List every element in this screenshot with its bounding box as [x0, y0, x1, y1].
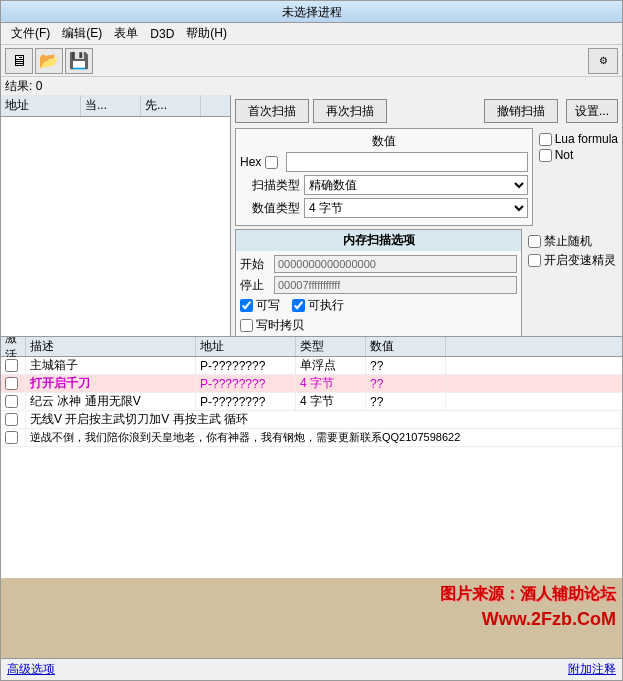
- hex-checkbox[interactable]: [265, 156, 278, 169]
- row-addr: P-????????: [196, 375, 296, 392]
- split-area: 地址 当... 先... 首次扫描 再次扫描 撤销扫描 设置... 数值 Hex: [1, 95, 622, 336]
- menu-file[interactable]: 文件(F): [5, 24, 56, 43]
- watermark-source: 图片来源：酒人辅助论坛: [440, 584, 616, 605]
- stop-row: 停止: [240, 276, 517, 294]
- variable-wizard-label: 开启变速精灵: [544, 252, 616, 269]
- watermark-url: Www.2Fzb.CoM: [482, 609, 616, 630]
- cancel-scan-button[interactable]: 撤销扫描: [484, 99, 558, 123]
- table-row: 逆战不倒，我们陪你浪到天皇地老，你有神器，我有钢炮，需要更新联系QQ210759…: [1, 429, 622, 447]
- not-label: Not: [555, 148, 574, 162]
- row-checkbox-4[interactable]: [5, 413, 18, 426]
- col-active-header: 激活: [1, 337, 26, 356]
- col-address-header: 地址: [1, 95, 81, 116]
- executable-item: 可执行: [292, 297, 344, 314]
- open-button[interactable]: 📂: [35, 48, 63, 74]
- menu-table[interactable]: 表单: [108, 24, 144, 43]
- row-type: 4 字节: [296, 375, 366, 392]
- other-options: 禁止随机 开启变速精灵: [528, 229, 618, 336]
- menu-help[interactable]: 帮助(H): [180, 24, 233, 43]
- executable-checkbox[interactable]: [292, 299, 305, 312]
- col-current-header: 当...: [81, 95, 141, 116]
- row-checkbox-2[interactable]: [5, 377, 18, 390]
- table-row: 纪云 冰神 通用无限V P-???????? 4 字节 ??: [1, 393, 622, 411]
- results-list: 激活 描述 地址 类型 数值 主城箱子 P-???????? 单浮点 ?? 打开…: [1, 336, 622, 578]
- no-random-label: 禁止随机: [544, 233, 592, 250]
- lua-formula-label: Lua formula: [555, 132, 618, 146]
- watermark-area: 图片来源：酒人辅助论坛 Www.2Fzb.CoM: [1, 578, 622, 658]
- data-type-row: 数值类型 4 字节: [240, 198, 528, 218]
- no-random-checkbox[interactable]: [528, 235, 541, 248]
- advanced-options-link[interactable]: 高级选项: [7, 661, 55, 678]
- not-item: Not: [539, 148, 618, 162]
- monitor-button[interactable]: 🖥: [5, 48, 33, 74]
- row-active: [1, 375, 26, 392]
- result-count: 结果: 0: [5, 78, 42, 95]
- row-active: [1, 429, 26, 446]
- row-desc-long: 无线V 开启按主武切刀加V 再按主武 循环: [26, 411, 622, 428]
- executable-label: 可执行: [308, 297, 344, 314]
- title-bar: 未选择进程: [1, 1, 622, 23]
- col-previous-header: 先...: [141, 95, 201, 116]
- data-type-select[interactable]: 4 字节: [304, 198, 528, 218]
- results-header: 激活 描述 地址 类型 数值: [1, 337, 622, 357]
- variable-wizard-checkbox[interactable]: [528, 254, 541, 267]
- row-checkbox-3[interactable]: [5, 395, 18, 408]
- menu-edit[interactable]: 编辑(E): [56, 24, 108, 43]
- menu-d3d[interactable]: D3D: [144, 26, 180, 42]
- memory-section: 内存扫描选项 开始 停止 可写: [235, 229, 522, 336]
- row-addr: P-????????: [196, 393, 296, 410]
- copy-on-write-checkbox[interactable]: [240, 319, 253, 332]
- not-checkbox[interactable]: [539, 149, 552, 162]
- address-list[interactable]: [1, 117, 230, 336]
- row-type: 4 字节: [296, 393, 366, 410]
- start-input[interactable]: [274, 255, 517, 273]
- row-val: ??: [366, 393, 446, 410]
- scan-type-select[interactable]: 精确数值: [304, 175, 528, 195]
- save-button[interactable]: 💾: [65, 48, 93, 74]
- row-checkbox-5[interactable]: [5, 431, 18, 444]
- table-row: 打开启千刀 P-???????? 4 字节 ??: [1, 375, 622, 393]
- copy-on-write-label: 写时拷贝: [256, 317, 304, 334]
- row-addr: P-????????: [196, 357, 296, 374]
- table-row: 主城箱子 P-???????? 单浮点 ??: [1, 357, 622, 375]
- hex-row: Hex: [240, 152, 528, 172]
- lua-formula-item: Lua formula: [539, 132, 618, 146]
- row-val: ??: [366, 357, 446, 374]
- no-random-item: 禁止随机: [528, 233, 618, 250]
- next-scan-button[interactable]: 再次扫描: [313, 99, 387, 123]
- first-scan-button[interactable]: 首次扫描: [235, 99, 309, 123]
- copy-on-write-item: 写时拷贝: [240, 317, 517, 334]
- row-desc: 主城箱子: [26, 357, 196, 374]
- row-checkbox-1[interactable]: [5, 359, 18, 372]
- footer-bar: 高级选项 附加注释: [1, 658, 622, 680]
- results-body: 主城箱子 P-???????? 单浮点 ?? 打开启千刀 P-???????? …: [1, 357, 622, 578]
- col-desc-header: 描述: [26, 337, 196, 356]
- row-active: [1, 393, 26, 410]
- table-row: 无线V 开启按主武切刀加V 再按主武 循环: [1, 411, 622, 429]
- settings-icon-btn[interactable]: ⚙: [588, 48, 618, 74]
- stop-label: 停止: [240, 277, 270, 294]
- add-comment-link[interactable]: 附加注释: [568, 661, 616, 678]
- writable-label: 可写: [256, 297, 280, 314]
- right-checkboxes: Lua formula Not: [539, 128, 618, 162]
- col-type-header: 类型: [296, 337, 366, 356]
- row-desc-long2: 逆战不倒，我们陪你浪到天皇地老，你有神器，我有钢炮，需要更新联系QQ210759…: [26, 429, 622, 446]
- row-active: [1, 411, 26, 428]
- hex-label: Hex: [240, 155, 261, 169]
- start-row: 开始: [240, 255, 517, 273]
- stop-input[interactable]: [274, 276, 517, 294]
- scan-type-label: 扫描类型: [240, 177, 300, 194]
- menu-bar: 文件(F) 编辑(E) 表单 D3D 帮助(H): [1, 23, 622, 45]
- lua-formula-checkbox[interactable]: [539, 133, 552, 146]
- row-desc: 纪云 冰神 通用无限V: [26, 393, 196, 410]
- value-input[interactable]: [286, 152, 527, 172]
- scan-buttons-row: 首次扫描 再次扫描 撤销扫描 设置...: [235, 99, 618, 123]
- value-section: 数值 Hex 扫描类型 精确数值 数值类型: [235, 128, 533, 226]
- row-desc: 打开启千刀: [26, 375, 196, 392]
- row-active: [1, 357, 26, 374]
- writable-checkbox[interactable]: [240, 299, 253, 312]
- settings-button[interactable]: 设置...: [566, 99, 618, 123]
- toolbar: 🖥 📂 💾 ⚙: [1, 45, 622, 77]
- variable-wizard-item: 开启变速精灵: [528, 252, 618, 269]
- memory-and-other: 内存扫描选项 开始 停止 可写: [235, 229, 618, 336]
